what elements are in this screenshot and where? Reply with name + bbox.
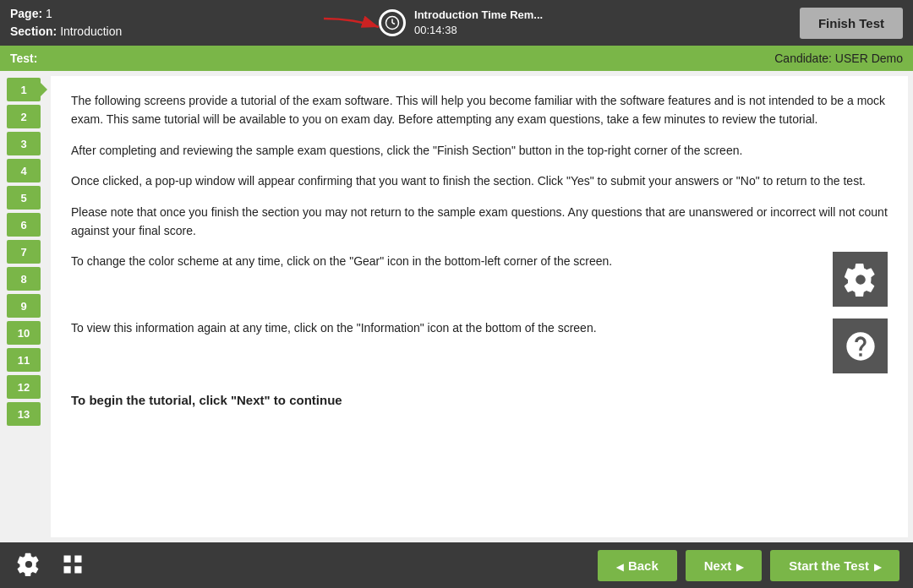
footer: Back Next Start the Test	[0, 542, 913, 588]
gear-settings-button[interactable]	[14, 549, 44, 582]
sidebar-item-12[interactable]: 12	[7, 375, 41, 399]
info-icon-row: To view this information again at any ti…	[71, 318, 888, 373]
page-number: 1	[46, 7, 52, 20]
next-button[interactable]: Next	[686, 550, 763, 581]
page-info: Page: 1	[10, 5, 122, 23]
gear-icon-row: To change the color scheme at any time, …	[71, 252, 888, 307]
finish-test-button[interactable]: Finish Test	[800, 8, 903, 39]
back-arrow-icon	[616, 558, 623, 573]
section-info: Section: Introduction	[10, 23, 122, 41]
status-bar: Test: Candidate: USER Demo	[0, 46, 913, 71]
sidebar-item-11[interactable]: 11	[7, 348, 41, 372]
timer-text: Introduction Time Rem... 00:14:38	[414, 8, 543, 38]
test-label: Test:	[10, 52, 37, 65]
content-para1: The following screens provide a tutorial…	[71, 91, 888, 129]
sidebar-item-3[interactable]: 3	[7, 132, 41, 155]
gear-icon	[844, 263, 877, 297]
page-label: Page:	[10, 7, 42, 20]
info-icon-box	[833, 318, 888, 373]
sidebar-item-10[interactable]: 10	[7, 321, 41, 345]
back-button[interactable]: Back	[598, 550, 677, 581]
sidebar-item-1[interactable]: 1	[7, 78, 41, 101]
footer-right: Back Next Start the Test	[598, 550, 899, 581]
settings-icon	[17, 553, 41, 576]
header-left: Page: 1 Section: Introduction	[10, 5, 122, 41]
sidebar-item-6[interactable]: 6	[7, 213, 41, 237]
sidebar-item-5[interactable]: 5	[7, 186, 41, 210]
next-label: Next	[704, 558, 732, 573]
sidebar-item-13[interactable]: 13	[7, 402, 41, 426]
next-arrow-icon	[736, 558, 743, 573]
section-name: Introduction	[60, 24, 122, 38]
content-para2: After completing and reviewing the sampl…	[71, 141, 888, 160]
bottom-instruction: To begin the tutorial, click "Next" to c…	[71, 390, 888, 411]
main-area: 12345678910111213 The following screens …	[0, 71, 913, 542]
start-test-button[interactable]: Start the Test	[770, 550, 899, 581]
content-wrapper: The following screens provide a tutorial…	[51, 76, 908, 537]
info-icon	[844, 329, 877, 363]
content-area: The following screens provide a tutorial…	[51, 76, 908, 537]
header: Page: 1 Section: Introduction Introducti…	[0, 0, 913, 46]
section-label: Section:	[10, 24, 57, 38]
grid-view-button[interactable]	[57, 549, 88, 582]
candidate-label: Candidate: USER Demo	[774, 52, 903, 65]
svg-line-3	[392, 23, 395, 24]
sidebar-item-7[interactable]: 7	[7, 240, 41, 264]
sidebar-item-4[interactable]: 4	[7, 159, 41, 182]
start-test-label: Start the Test	[789, 558, 869, 573]
footer-left	[14, 549, 88, 582]
content-para4: Please note that once you finish the sec…	[71, 203, 888, 241]
red-arrow-icon	[320, 14, 387, 40]
sidebar-item-2[interactable]: 2	[7, 105, 41, 128]
grid-icon	[61, 553, 85, 576]
sidebar-item-9[interactable]: 9	[7, 294, 41, 318]
timer-value: 00:14:38	[414, 23, 543, 38]
gear-text: To change the color scheme at any time, …	[71, 252, 816, 270]
back-label: Back	[628, 558, 659, 573]
header-center: Introduction Time Rem... 00:14:38	[379, 8, 543, 38]
candidate-name: USER Demo	[835, 52, 903, 65]
info-text: To view this information again at any ti…	[71, 318, 816, 337]
content-para3: Once clicked, a pop-up window will appea…	[71, 172, 888, 190]
gear-icon-box	[833, 252, 888, 307]
sidebar-item-8[interactable]: 8	[7, 267, 41, 291]
sidebar: 12345678910111213	[0, 71, 51, 542]
start-arrow-icon	[874, 558, 881, 573]
timer-title: Introduction Time Rem...	[414, 8, 543, 23]
